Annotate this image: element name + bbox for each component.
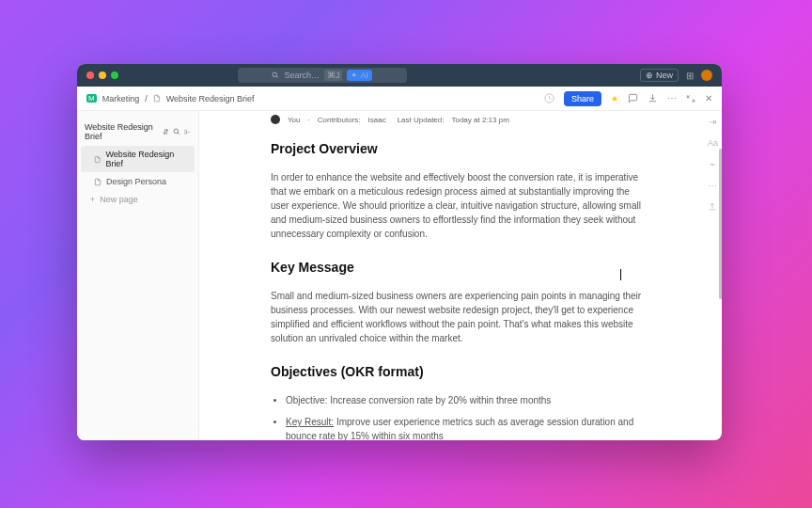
sidebar-header: Website Redesign Brief ⇵ ⊩ — [77, 119, 198, 145]
sidebar-sort-icon[interactable]: ⇵ — [163, 128, 169, 136]
doc-icon — [94, 178, 102, 186]
breadcrumb-sep: / — [145, 94, 148, 103]
contributors[interactable]: Isaac — [368, 116, 386, 124]
rail-export-icon[interactable] — [708, 202, 717, 212]
favorite-button[interactable]: ★ — [611, 94, 618, 103]
contributors-label: Contributors: — [318, 116, 361, 124]
doc-meta: You · Contributors: Isaac Last Updated: … — [199, 111, 722, 132]
svg-point-3 — [174, 129, 179, 134]
scrollbar[interactable] — [719, 149, 722, 299]
search-icon — [272, 71, 279, 79]
text-cursor — [620, 269, 621, 280]
apps-grid-icon[interactable]: ⊞ — [686, 71, 694, 81]
objective-1[interactable]: Objective: Increase conversion rate by 2… — [286, 393, 650, 407]
search-placeholder: Search… — [284, 71, 320, 80]
close-button[interactable]: ✕ — [705, 93, 712, 103]
new-button[interactable]: ⊕New — [640, 69, 679, 82]
page-toolbar: M Marketing / Website Redesign Brief Sha… — [77, 87, 722, 111]
right-rail: ⇥ Aa ⌁ ⋯ — [708, 111, 718, 212]
titlebar-actions: ⊕New ⊞ — [640, 69, 712, 82]
user-avatar[interactable] — [701, 70, 712, 81]
svg-line-4 — [178, 133, 180, 135]
rail-text-icon[interactable]: Aa — [708, 138, 718, 148]
doc-icon — [94, 155, 101, 164]
sidebar-title: Website Redesign Brief — [85, 122, 163, 141]
sidebar-search-icon[interactable] — [173, 128, 180, 135]
ai-badge[interactable]: ✦ AI — [347, 70, 372, 81]
rail-collapse-icon[interactable]: ⇥ — [709, 117, 716, 127]
traffic-lights — [86, 71, 118, 79]
author-avatar[interactable] — [271, 115, 280, 124]
new-page-label: New page — [100, 195, 138, 204]
global-search[interactable]: Search… ⌘J ✦ AI — [238, 68, 407, 83]
comments-icon[interactable] — [628, 93, 638, 103]
history-icon[interactable] — [544, 93, 554, 103]
paragraph-key-message[interactable]: Small and medium-sized business owners a… — [271, 289, 650, 345]
sidebar: Website Redesign Brief ⇵ ⊩ Website Redes… — [77, 111, 199, 440]
minimize-window-button[interactable] — [99, 71, 106, 79]
key-result-1[interactable]: Key Result: Improve user experience metr… — [286, 415, 650, 440]
sidebar-item-label: Design Persona — [106, 177, 166, 186]
sidebar-item-brief[interactable]: Website Redesign Brief — [81, 146, 195, 172]
updated-label: Last Updated: — [398, 116, 445, 124]
sidebar-collapse-icon[interactable]: ⊩ — [184, 128, 191, 136]
heading-overview[interactable]: Project Overview — [271, 139, 650, 159]
body: Website Redesign Brief ⇵ ⊩ Website Redes… — [77, 111, 722, 440]
document-body[interactable]: Project Overview In order to enhance the… — [199, 132, 722, 440]
breadcrumb-workspace[interactable]: Marketing — [102, 94, 140, 103]
download-icon[interactable] — [648, 93, 658, 103]
plus-icon: + — [90, 195, 95, 204]
sidebar-item-persona[interactable]: Design Persona — [81, 173, 195, 190]
more-button[interactable]: ⋯ — [667, 93, 677, 103]
you-label: You — [288, 116, 301, 124]
collapse-icon[interactable] — [686, 94, 695, 103]
svg-line-1 — [276, 76, 278, 78]
maximize-window-button[interactable] — [111, 71, 118, 79]
new-page-button[interactable]: + New page — [77, 191, 198, 208]
app-window: Search… ⌘J ✦ AI ⊕New ⊞ M Marketing / Web… — [77, 64, 722, 440]
search-kbd: ⌘J — [324, 70, 343, 81]
workspace-badge[interactable]: M — [86, 94, 97, 103]
updated-time: Today at 2:13 pm — [451, 116, 508, 124]
heading-objectives[interactable]: Objectives (OKR format) — [271, 362, 650, 382]
content-area: You · Contributors: Isaac Last Updated: … — [199, 111, 722, 440]
breadcrumb-page[interactable]: Website Redesign Brief — [166, 94, 255, 103]
meta-sep: · — [308, 116, 310, 124]
svg-point-0 — [273, 72, 277, 77]
close-window-button[interactable] — [86, 71, 94, 79]
objectives-list: Objective: Increase conversion rate by 2… — [271, 393, 650, 440]
page-icon — [153, 94, 161, 103]
rail-link-icon[interactable]: ⌁ — [710, 159, 715, 169]
sidebar-item-label: Website Redesign Brief — [105, 150, 187, 168]
titlebar: Search… ⌘J ✦ AI ⊕New ⊞ — [77, 64, 722, 87]
rail-more-icon[interactable]: ⋯ — [708, 181, 717, 191]
heading-key-message[interactable]: Key Message — [271, 258, 650, 278]
paragraph-overview[interactable]: In order to enhance the website and effe… — [271, 170, 650, 241]
share-button[interactable]: Share — [564, 91, 601, 106]
